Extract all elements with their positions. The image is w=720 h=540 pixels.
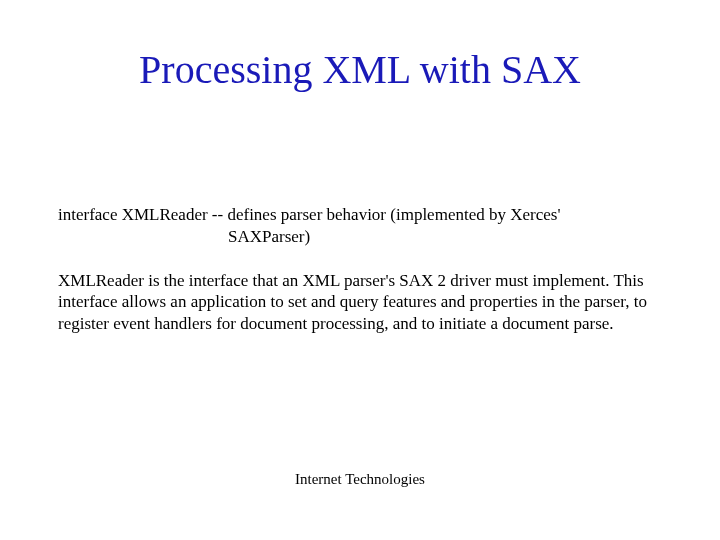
paragraph-gap: [58, 248, 678, 270]
interface-line-2: SAXParser): [58, 226, 678, 248]
slide: Processing XML with SAX interface XMLRea…: [0, 0, 720, 540]
slide-title: Processing XML with SAX: [0, 46, 720, 93]
interface-line-1: interface XMLReader -- defines parser be…: [58, 204, 678, 226]
description-paragraph: XMLReader is the interface that an XML p…: [58, 270, 678, 335]
slide-body: interface XMLReader -- defines parser be…: [58, 204, 678, 335]
slide-footer: Internet Technologies: [0, 471, 720, 488]
